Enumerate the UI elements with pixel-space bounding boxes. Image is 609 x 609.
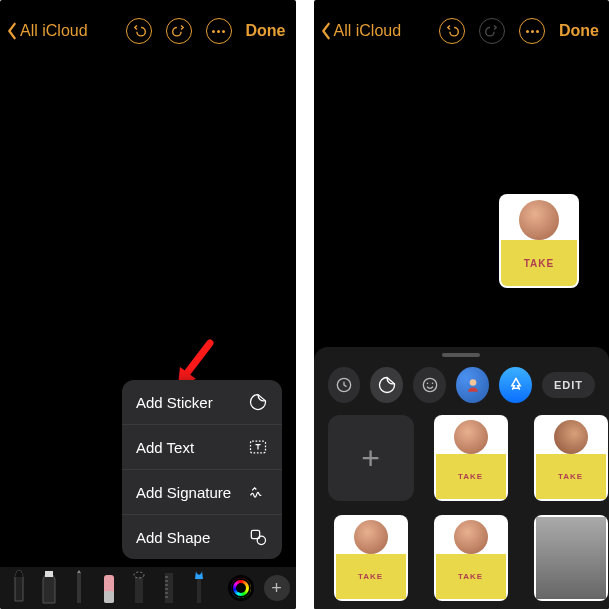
drawer-tabs: EDIT	[314, 367, 610, 415]
tab-memoji[interactable]	[456, 367, 489, 403]
menu-label: Add Sticker	[136, 394, 213, 411]
appstore-icon	[506, 375, 526, 395]
menu-label: Add Signature	[136, 484, 231, 501]
pencil-tool[interactable]	[66, 569, 92, 605]
tab-emoji[interactable]	[413, 367, 446, 403]
chevron-left-icon	[6, 22, 18, 40]
sticker-item[interactable]: TAKE	[328, 515, 414, 601]
placed-sticker[interactable]: TAKE	[499, 194, 579, 288]
ellipsis-icon	[212, 30, 225, 33]
tab-stickers[interactable]	[370, 367, 403, 403]
undo-button[interactable]	[126, 18, 152, 44]
brush-tool[interactable]	[186, 569, 212, 605]
status-bar	[0, 0, 296, 12]
sticker-face	[519, 200, 559, 240]
redo-button[interactable]	[479, 18, 505, 44]
text-icon	[248, 437, 268, 457]
svg-point-12	[431, 383, 433, 385]
phone-left: All iCloud Done Add Sticker Add Te	[0, 0, 296, 609]
pen-tool[interactable]	[6, 569, 32, 605]
back-button[interactable]: All iCloud	[6, 22, 88, 40]
marker-tool[interactable]	[36, 569, 62, 605]
sticker-item[interactable]: TAKE	[428, 415, 514, 501]
done-button[interactable]: Done	[559, 22, 599, 40]
undo-button[interactable]	[439, 18, 465, 44]
emoji-icon	[420, 375, 440, 395]
signature-icon	[248, 482, 268, 502]
phone-right: All iCloud Done TAKE	[314, 0, 610, 609]
drawer-grabber[interactable]	[442, 353, 480, 357]
svg-rect-5	[104, 591, 114, 603]
sticker-shirt: TAKE	[501, 240, 577, 286]
undo-icon	[445, 24, 459, 38]
menu-add-text[interactable]: Add Text	[122, 425, 282, 470]
svg-point-2	[257, 536, 265, 544]
ruler-tool[interactable]	[156, 569, 182, 605]
ellipsis-icon	[526, 30, 539, 33]
tab-appstore[interactable]	[499, 367, 532, 403]
done-button[interactable]: Done	[246, 22, 286, 40]
edit-button[interactable]: EDIT	[542, 372, 595, 398]
svg-point-10	[423, 378, 436, 391]
menu-add-signature[interactable]: Add Signature	[122, 470, 282, 515]
more-button[interactable]	[206, 18, 232, 44]
svg-point-11	[426, 383, 428, 385]
menu-label: Add Shape	[136, 529, 210, 546]
sticker-grid: + TAKE TAKE TAKE TAKE	[314, 415, 610, 601]
sticker-item[interactable]: TAKE	[428, 515, 514, 601]
add-menu: Add Sticker Add Text Add Signature Add S…	[122, 380, 282, 559]
menu-add-sticker[interactable]: Add Sticker	[122, 380, 282, 425]
add-button[interactable]: +	[264, 575, 290, 601]
sticker-drawer: EDIT + TAKE TAKE TAKE TAKE	[314, 347, 610, 609]
memoji-icon	[463, 375, 483, 395]
sticker-item[interactable]	[528, 515, 610, 601]
sticker-item[interactable]: TAKE	[528, 415, 610, 501]
sticker-icon	[248, 392, 268, 412]
top-right-controls: Done	[439, 18, 599, 44]
lasso-tool[interactable]	[126, 569, 152, 605]
more-button[interactable]	[519, 18, 545, 44]
clock-icon	[334, 375, 354, 395]
back-button[interactable]: All iCloud	[320, 22, 402, 40]
eraser-tool[interactable]	[96, 569, 122, 605]
redo-icon	[172, 24, 186, 38]
top-right-controls: Done	[126, 18, 286, 44]
svg-rect-3	[45, 571, 53, 577]
redo-icon	[485, 24, 499, 38]
status-bar	[314, 0, 610, 12]
svg-point-13	[469, 379, 476, 386]
tab-recents[interactable]	[328, 367, 361, 403]
shape-icon	[248, 527, 268, 547]
menu-label: Add Text	[136, 439, 194, 456]
undo-icon	[132, 24, 146, 38]
svg-rect-6	[135, 577, 143, 603]
back-label: All iCloud	[20, 22, 88, 40]
menu-add-shape[interactable]: Add Shape	[122, 515, 282, 559]
color-picker[interactable]	[228, 575, 254, 601]
markup-toolbar: +	[0, 567, 296, 609]
chevron-left-icon	[320, 22, 332, 40]
sticker-icon	[377, 375, 397, 395]
top-bar: All iCloud Done	[0, 12, 296, 54]
back-label: All iCloud	[334, 22, 402, 40]
add-sticker-cell[interactable]: +	[328, 415, 414, 501]
redo-button[interactable]	[166, 18, 192, 44]
